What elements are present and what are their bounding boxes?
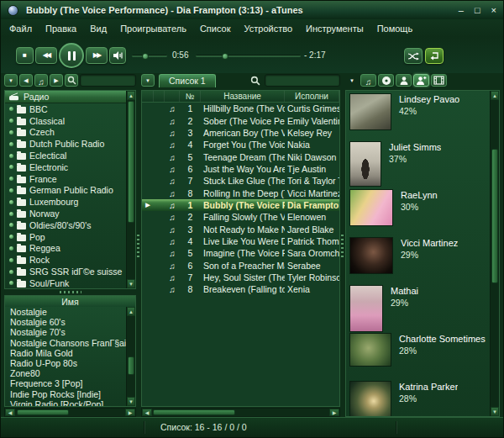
radio-folder-item[interactable]: BBC	[5, 103, 126, 115]
scroll-right-button[interactable]: ▶	[125, 409, 135, 416]
menu-item[interactable]: Правка	[39, 21, 83, 36]
table-row[interactable]: ▶ 2 Falling Slowly (The Voice ... Elenow…	[142, 211, 339, 223]
menu-item[interactable]: Помощь	[370, 21, 420, 36]
table-row[interactable]: ▶ 4 Live Like You Were Dying ... Patrick…	[142, 235, 339, 247]
expand-icon[interactable]	[9, 212, 13, 216]
similar-artist-item[interactable]: Juliet Simms 37%	[346, 139, 499, 187]
menu-item[interactable]: Проигрыватель	[113, 21, 193, 36]
progress-slider[interactable]	[196, 55, 301, 57]
radio-folder-item[interactable]: Oldies/80's/90's	[5, 219, 126, 231]
shuffle-button[interactable]	[404, 48, 423, 64]
table-row[interactable]: ▶ 1 Bubbly (The Voice Perfo... Dia Framp…	[142, 199, 339, 211]
context-scrollbar[interactable]: ▲ ▼	[490, 91, 499, 416]
context-tab-artist[interactable]	[396, 74, 412, 87]
radio-folder-item[interactable]: Reggea	[5, 243, 126, 255]
radio-tree-scrollbar[interactable]: ▲ ▼	[126, 91, 135, 288]
scroll-up-button[interactable]: ▲	[127, 307, 135, 316]
context-menu-button[interactable]: ▼	[345, 74, 359, 87]
column-title[interactable]: Название	[201, 91, 285, 102]
station-item[interactable]: Frequence 3 [Pop]	[5, 378, 126, 388]
table-row[interactable]: ▶ 3 Not Ready to Make Nice (... Jared Bl…	[142, 223, 339, 235]
navigator-back-button[interactable]: ◀	[19, 74, 33, 87]
scroll-up-button[interactable]: ▲	[127, 91, 135, 100]
navigator-play-button[interactable]: ▶	[50, 74, 63, 87]
station-item[interactable]: Zone80	[5, 368, 126, 378]
table-row[interactable]: ▶ 8 Breakeven (Falling to Piec... Xenia	[142, 283, 339, 295]
scroll-down-button[interactable]: ▼	[127, 279, 135, 288]
scroll-right-button[interactable]: ▶	[329, 409, 339, 416]
table-row[interactable]: ▶ 8 Rolling In the Deep (The ... Vicci M…	[142, 187, 339, 198]
expand-icon[interactable]	[9, 188, 13, 193]
radio-folder-item[interactable]: German Public Radio	[5, 185, 126, 197]
scrollbar-thumb[interactable]	[128, 356, 134, 375]
menu-item[interactable]: Файл	[3, 21, 39, 36]
stations-column-header[interactable]: Имя	[4, 295, 136, 307]
similar-artist-item[interactable]: Katrina Parker 28%	[346, 378, 499, 417]
context-tab-similar-artists[interactable]	[413, 74, 429, 87]
tab-playlist-1[interactable]: Список 1	[159, 74, 216, 87]
radio-folder-item[interactable]: Luxembourg	[5, 196, 126, 208]
minimize-button[interactable]: –	[459, 6, 464, 15]
expand-icon[interactable]	[9, 223, 13, 227]
station-item[interactable]: Virgin Radio [Rock/Pop]	[5, 399, 126, 407]
similar-artist-item[interactable]: RaeLynn 30%	[346, 187, 499, 235]
playlist-hscrollbar[interactable]: ◀ ▶	[141, 408, 340, 417]
menu-item[interactable]: Устройство	[237, 21, 299, 36]
table-row[interactable]: ▶ 3 American Boy (The Voice ... Kelsey R…	[142, 127, 339, 139]
table-row[interactable]: ▶ 4 Forget You (The Voice Pe... Nakia	[142, 139, 339, 150]
expand-icon[interactable]	[9, 165, 13, 169]
navigator-search-button[interactable]	[65, 74, 78, 87]
volume-button[interactable]	[109, 47, 126, 64]
radio-folder-item[interactable]: Czech	[5, 127, 126, 139]
menu-item[interactable]: Инструменты	[299, 21, 370, 36]
expand-icon[interactable]	[9, 142, 13, 146]
radio-folder-item[interactable]: Electronic	[5, 161, 126, 173]
navigator-search-input[interactable]	[80, 74, 136, 87]
next-button[interactable]: ▶▶	[86, 47, 108, 64]
volume-slider[interactable]	[132, 55, 167, 57]
radio-folder-item[interactable]: Soul/Funk	[5, 277, 126, 289]
context-tab-album[interactable]	[378, 74, 394, 87]
expand-icon[interactable]	[9, 270, 13, 274]
scrollbar-thumb[interactable]	[128, 101, 134, 223]
stations-hscrollbar[interactable]: ◀ ▶	[4, 408, 136, 417]
scroll-down-button[interactable]: ▼	[491, 407, 499, 416]
station-item[interactable]: Radio Mila Gold	[5, 348, 126, 358]
station-item[interactable]: Nostalgie 60's	[5, 317, 126, 327]
expand-icon[interactable]	[9, 177, 13, 181]
radio-folder-item[interactable]: Dutch Public Radio	[5, 138, 126, 150]
table-row[interactable]: ▶ 1 Hillbilly Bone (The Voice ... Curtis…	[142, 103, 339, 114]
playlist-menu-button[interactable]: ▼	[141, 74, 155, 87]
station-item[interactable]: Nostalgie	[5, 307, 126, 317]
column-blank[interactable]	[154, 91, 165, 102]
close-button[interactable]: ×	[491, 6, 496, 15]
scroll-left-button[interactable]: ◀	[5, 409, 15, 416]
stations-scrollbar[interactable]: ▲ ▼	[126, 307, 135, 406]
stop-button[interactable]: ■	[16, 47, 34, 64]
scrollbar-thumb[interactable]	[17, 409, 69, 415]
station-item[interactable]: Nostalgie Chansons FranГ§aises	[5, 338, 126, 348]
navigator-audio-button[interactable]	[34, 74, 48, 87]
maximize-button[interactable]: □	[475, 6, 480, 15]
similar-artist-item[interactable]: Vicci Martinez 29%	[346, 235, 499, 282]
scroll-down-button[interactable]: ▼	[127, 397, 135, 406]
previous-button[interactable]: ◀◀	[35, 47, 57, 64]
table-row[interactable]: ▶ 7 Stuck Like Glue (The Voic... Tori & …	[142, 175, 339, 187]
expand-icon[interactable]	[9, 281, 13, 285]
expand-icon[interactable]	[9, 119, 13, 123]
station-item[interactable]: Radio U-Pop 80s	[5, 358, 126, 368]
navigator-menu-button[interactable]: ▼	[4, 74, 18, 87]
station-item[interactable]: Indie Pop Rocks [Indie]	[5, 389, 126, 399]
expand-icon[interactable]	[9, 154, 13, 158]
context-tab-audio[interactable]	[360, 74, 376, 87]
similar-artist-item[interactable]: Charlotte Sometimes 28%	[346, 330, 499, 378]
menu-item[interactable]: Список	[193, 21, 238, 36]
expand-icon[interactable]	[9, 235, 13, 239]
horizontal-splitter[interactable]	[4, 289, 136, 295]
radio-folder-item[interactable]: SRG SSR idГ©e suisse	[5, 266, 126, 277]
table-row[interactable]: ▶ 6 Just the Way You Are (Th... Tje Aust…	[142, 163, 339, 175]
radio-folder-item[interactable]: France	[5, 173, 126, 185]
context-tab-video[interactable]	[431, 74, 447, 87]
similar-artist-item[interactable]: Lindsey Pavao 42%	[346, 91, 499, 139]
expand-icon[interactable]	[9, 107, 13, 111]
